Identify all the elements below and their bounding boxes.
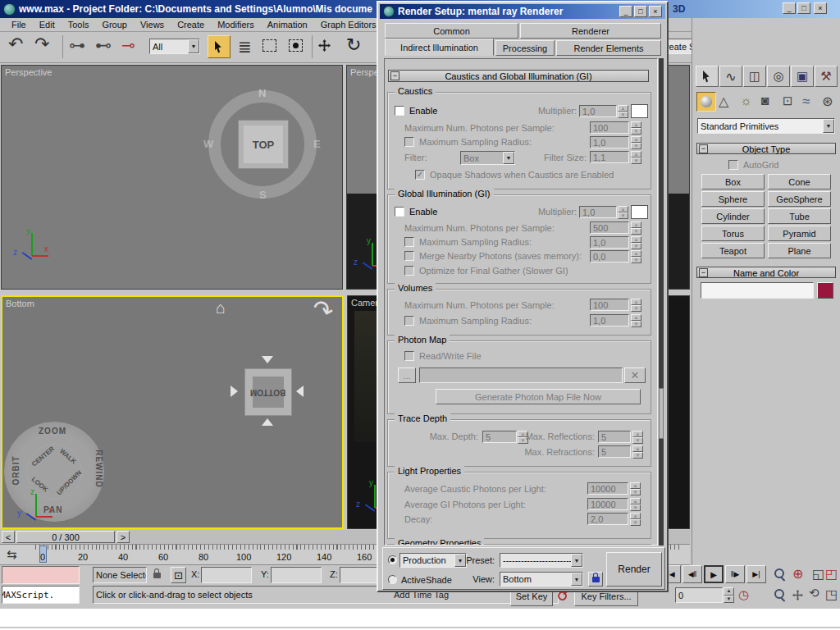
opaque-shadows-checkbox[interactable]	[415, 170, 425, 180]
time-configuration-button[interactable]: ◷	[738, 587, 749, 602]
menu-modifiers[interactable]: Modifiers	[211, 20, 261, 30]
menu-tools[interactable]: Tools	[62, 20, 96, 30]
avg-gi-spinner[interactable]: ▲▼	[630, 498, 641, 510]
object-button-cylinder[interactable]: Cylinder	[701, 208, 765, 224]
caustics-max-radius-field[interactable]: 1,0	[590, 136, 629, 148]
gizmo-arrow-up[interactable]	[262, 356, 273, 363]
render-button[interactable]: Render	[606, 552, 662, 587]
object-button-tube[interactable]: Tube	[768, 208, 831, 224]
dialog-maximize-button[interactable]: □	[634, 6, 647, 17]
photon-map-file-field[interactable]	[419, 368, 623, 383]
absolute-mode-button[interactable]: ⊡	[171, 567, 186, 583]
activeshade-radio[interactable]	[388, 575, 397, 584]
play-button[interactable]: ▶	[704, 565, 724, 583]
object-button-pyramid[interactable]: Pyramid	[768, 226, 831, 241]
decay-field[interactable]: 2,0	[587, 513, 628, 525]
zoom-extents-button[interactable]: ◱	[812, 566, 824, 582]
caustics-max-radius-checkbox[interactable]	[404, 137, 414, 147]
compass-south[interactable]: S	[259, 189, 267, 201]
viewport-label-perspective[interactable]: Perspective	[5, 67, 52, 77]
listener-field[interactable]: MAXScript.	[2, 586, 80, 604]
caustics-enable-checkbox[interactable]	[395, 106, 404, 116]
name-color-rollout-header[interactable]: − Name and Color	[696, 267, 836, 278]
view-lock-button[interactable]	[588, 572, 603, 587]
object-button-sphere[interactable]: Sphere	[701, 191, 765, 207]
viewport-perspective[interactable]: Perspective N W E S TOP yxz	[1, 65, 343, 290]
volumes-max-radius-field[interactable]: 1,0	[590, 314, 629, 326]
select-object-button[interactable]	[208, 35, 231, 58]
viewcube-bottom-face[interactable]: BOTTOM	[244, 368, 292, 416]
volumes-max-photons-spinner[interactable]: ▲▼	[631, 299, 641, 311]
crossing-selection-button[interactable]	[289, 39, 303, 52]
chevron-down-icon[interactable]: ▼	[571, 554, 582, 567]
caustics-filter-dropdown[interactable]: Box ▼	[460, 151, 515, 165]
unlink-icon[interactable]: ⊷	[95, 35, 112, 55]
avg-caustic-field[interactable]: 10000	[587, 482, 628, 495]
select-link-icon[interactable]: ⊶	[69, 35, 85, 55]
object-name-field[interactable]	[701, 282, 814, 299]
avg-gi-field[interactable]: 10000	[587, 498, 628, 510]
orbit-button[interactable]: ⟲	[809, 586, 819, 600]
tab-create[interactable]	[696, 66, 719, 87]
production-dropdown[interactable]: Production ▼	[399, 553, 467, 568]
volumes-max-photons-field[interactable]: 100	[590, 299, 629, 311]
viewcube-bottom-gizmo[interactable]: BOTTOM	[222, 346, 313, 436]
caustics-max-radius-spinner[interactable]: ▲▼	[631, 136, 641, 148]
zoom-region-button[interactable]	[774, 589, 784, 600]
menu-group[interactable]: Group	[95, 20, 134, 30]
bind-spacewarp-icon[interactable]: ⊸	[121, 35, 135, 55]
caustics-multiplier-spinner[interactable]: ▲▼	[618, 105, 628, 117]
tab-common[interactable]: Common	[385, 23, 518, 39]
main-close-button[interactable]: ×	[814, 2, 827, 14]
gi-max-radius-checkbox[interactable]	[404, 237, 414, 247]
compass-east[interactable]: E	[313, 138, 321, 150]
max-refractions-spinner[interactable]: ▲▼	[632, 445, 643, 458]
chevron-down-icon[interactable]: ▼	[823, 119, 834, 133]
category-cameras[interactable]: ◙	[761, 94, 769, 108]
menu-graph-editors[interactable]: Graph Editors	[314, 20, 383, 30]
gi-color-swatch[interactable]	[631, 205, 648, 219]
gi-max-photons-field[interactable]: 500	[590, 221, 629, 234]
gi-multiplier-field[interactable]: 1,0	[579, 206, 617, 218]
category-spacewarps[interactable]: ≈	[802, 94, 810, 110]
caustics-filter-size-spinner[interactable]: ▲▼	[631, 151, 641, 163]
object-button-cone[interactable]: Cone	[768, 174, 831, 189]
viewport-label-bottom[interactable]: Bottom	[6, 299, 34, 308]
compass-west[interactable]: W	[203, 138, 213, 150]
tab-modify[interactable]: ∿	[719, 66, 742, 87]
read-write-file-checkbox[interactable]	[404, 351, 414, 361]
macro-recorder-field[interactable]	[2, 566, 80, 584]
chevron-down-icon[interactable]: ▼	[188, 39, 199, 53]
object-type-rollout-header[interactable]: − Object Type	[696, 143, 836, 154]
dialog-titlebar[interactable]: Render Setup: mental ray Renderer _ □ ×	[380, 4, 665, 19]
tab-motion[interactable]: ◎	[767, 66, 790, 87]
pan-button[interactable]	[792, 590, 803, 602]
tab-processing[interactable]: Processing	[495, 40, 555, 56]
decay-spinner[interactable]: ▲▼	[630, 513, 641, 525]
maximize-viewport-button[interactable]: ◳	[825, 587, 838, 602]
viewcube[interactable]: N W E S TOP	[199, 84, 330, 207]
gi-max-radius-spinner[interactable]: ▲▼	[631, 236, 641, 249]
primitive-category-dropdown[interactable]: Standard Primitives ▼	[697, 118, 835, 134]
viewport-bottom[interactable]: Bottom ⌂ ↷ BOTTOM ZOOM PAN ORBIT REWIND …	[1, 295, 344, 529]
next-frame-button[interactable]: ‖▶	[725, 565, 745, 583]
tab-utilities[interactable]: ⚒	[815, 66, 838, 87]
wheel-rewind[interactable]: REWIND	[94, 450, 103, 488]
menu-animation[interactable]: Animation	[261, 20, 314, 30]
current-frame-field[interactable]: 0	[675, 587, 723, 603]
gi-merge-field[interactable]: 0,0	[590, 250, 629, 262]
tab-render-elements[interactable]: Render Elements	[556, 40, 661, 56]
undo-button[interactable]: ↶	[8, 34, 23, 55]
max-depth-field[interactable]: 5	[482, 431, 517, 443]
category-geometry[interactable]	[696, 92, 716, 112]
view-dropdown[interactable]: Bottom ▼	[500, 572, 583, 587]
rotate-view-icon[interactable]: ↷	[309, 293, 336, 326]
selection-lock-button[interactable]	[153, 570, 161, 580]
main-restore-button[interactable]: □	[797, 2, 810, 14]
max-reflections-spinner[interactable]: ▲▼	[632, 431, 643, 443]
chevron-down-icon[interactable]: ▼	[571, 573, 582, 586]
zoom-all-button[interactable]: ⊕	[792, 566, 803, 582]
caustics-color-swatch[interactable]	[631, 104, 648, 118]
caustics-filter-size-field[interactable]: 1,1	[590, 151, 629, 163]
viewcube-top-face[interactable]: TOP	[238, 120, 289, 169]
